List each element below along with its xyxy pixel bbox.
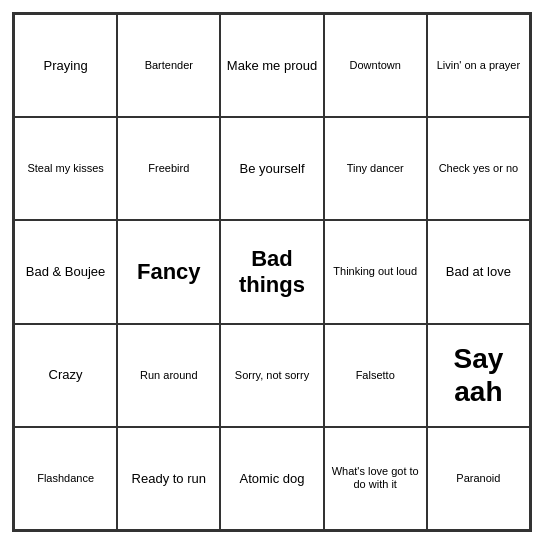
bingo-cell-0: Praying — [14, 14, 117, 117]
bingo-cell-9: Check yes or no — [427, 117, 530, 220]
bingo-cell-7: Be yourself — [220, 117, 323, 220]
bingo-cell-22: Atomic dog — [220, 427, 323, 530]
bingo-cell-8: Tiny dancer — [324, 117, 427, 220]
bingo-cell-12: Bad things — [220, 220, 323, 323]
bingo-board: PrayingBartenderMake me proudDowntownLiv… — [12, 12, 532, 532]
bingo-cell-3: Downtown — [324, 14, 427, 117]
bingo-cell-18: Falsetto — [324, 324, 427, 427]
bingo-cell-6: Freebird — [117, 117, 220, 220]
bingo-cell-24: Paranoid — [427, 427, 530, 530]
bingo-cell-13: Thinking out loud — [324, 220, 427, 323]
bingo-cell-21: Ready to run — [117, 427, 220, 530]
bingo-cell-15: Crazy — [14, 324, 117, 427]
bingo-cell-2: Make me proud — [220, 14, 323, 117]
bingo-cell-17: Sorry, not sorry — [220, 324, 323, 427]
bingo-cell-14: Bad at love — [427, 220, 530, 323]
bingo-cell-10: Bad & Boujee — [14, 220, 117, 323]
bingo-cell-4: Livin' on a prayer — [427, 14, 530, 117]
bingo-cell-1: Bartender — [117, 14, 220, 117]
bingo-cell-16: Run around — [117, 324, 220, 427]
bingo-cell-11: Fancy — [117, 220, 220, 323]
bingo-cell-19: Say aah — [427, 324, 530, 427]
bingo-cell-20: Flashdance — [14, 427, 117, 530]
bingo-cell-23: What's love got to do with it — [324, 427, 427, 530]
bingo-cell-5: Steal my kisses — [14, 117, 117, 220]
